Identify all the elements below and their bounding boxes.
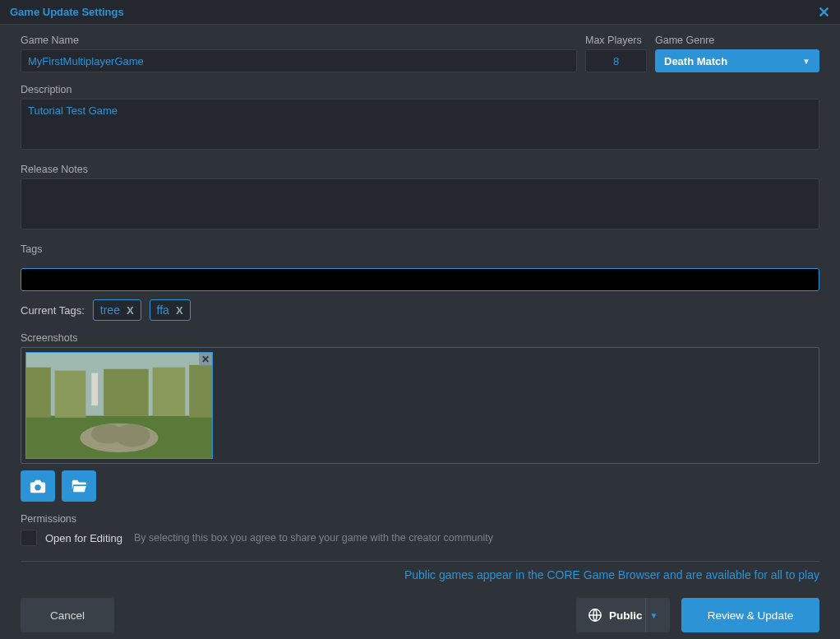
tags-input[interactable] (21, 268, 819, 291)
camera-icon (28, 477, 48, 495)
screenshots-container: ✕ (21, 347, 819, 464)
tag-remove-icon[interactable]: X (176, 304, 183, 317)
public-visibility-note: Public games appear in the CORE Game Bro… (21, 568, 819, 581)
open-for-editing-row: Open for Editing By selecting this box y… (21, 530, 819, 546)
tag-chip: tree X (93, 299, 141, 321)
release-notes-input[interactable] (21, 178, 819, 229)
svg-rect-4 (91, 373, 98, 405)
svg-rect-3 (55, 371, 86, 418)
screenshot-buttons (21, 470, 819, 502)
description-input[interactable]: Tutorial Test Game (21, 99, 819, 150)
svg-rect-5 (104, 369, 149, 416)
folder-icon (69, 477, 89, 495)
globe-icon (588, 608, 602, 623)
screenshot-image (26, 353, 212, 458)
tag-label: ffa (157, 303, 169, 317)
svg-rect-7 (189, 365, 212, 418)
game-genre-select[interactable]: Death Match ▼ (655, 49, 819, 72)
description-label: Description (21, 84, 819, 95)
chevron-down-icon: ▼ (645, 598, 662, 632)
tags-label: Tags (21, 243, 819, 255)
dialog-content: Game Name Max Players Game Genre Death M… (0, 25, 840, 639)
top-row: Game Name Max Players Game Genre Death M… (21, 35, 819, 72)
game-genre-value: Death Match (664, 55, 727, 67)
open-for-editing-label: Open for Editing (45, 532, 122, 544)
current-tags-row: Current Tags: tree X ffa X (21, 299, 819, 321)
cancel-button[interactable]: Cancel (21, 598, 114, 632)
chevron-down-icon: ▼ (802, 57, 810, 66)
game-update-settings-dialog: Game Update Settings ✕ Game Name Max Pla… (0, 0, 840, 639)
divider (21, 561, 819, 562)
visibility-dropdown[interactable]: Public ▼ (576, 598, 670, 632)
footer: Cancel Public ▼ Review & Update (21, 598, 819, 632)
close-icon[interactable]: ✕ (818, 5, 830, 20)
open-for-editing-description: By selecting this box you agree to share… (134, 532, 493, 544)
review-update-label: Review & Update (708, 609, 793, 622)
tag-remove-icon[interactable]: X (127, 304, 134, 317)
titlebar: Game Update Settings ✕ (0, 0, 840, 25)
take-screenshot-button[interactable] (21, 470, 55, 502)
max-players-label: Max Players (585, 35, 647, 46)
cancel-button-label: Cancel (50, 609, 85, 622)
current-tags-label: Current Tags: (21, 304, 85, 317)
svg-rect-6 (153, 368, 186, 416)
tag-label: tree (100, 303, 120, 317)
game-name-label: Game Name (21, 35, 577, 46)
screenshots-label: Screenshots (21, 332, 819, 344)
game-genre-label: Game Genre (655, 35, 819, 46)
visibility-label: Public (609, 609, 643, 622)
game-name-input[interactable] (21, 49, 577, 72)
review-update-button[interactable]: Review & Update (681, 598, 819, 632)
dialog-title: Game Update Settings (10, 6, 124, 18)
screenshot-thumbnail[interactable]: ✕ (25, 352, 213, 459)
tag-chip: ffa X (150, 299, 191, 321)
browse-screenshot-button[interactable] (62, 470, 96, 502)
open-for-editing-checkbox[interactable] (21, 530, 37, 546)
svg-point-10 (114, 424, 150, 447)
permissions-label: Permissions (21, 513, 819, 525)
release-notes-label: Release Notes (21, 164, 819, 175)
screenshot-remove-icon[interactable]: ✕ (199, 353, 212, 366)
max-players-input[interactable] (585, 49, 647, 72)
svg-rect-2 (26, 368, 51, 418)
